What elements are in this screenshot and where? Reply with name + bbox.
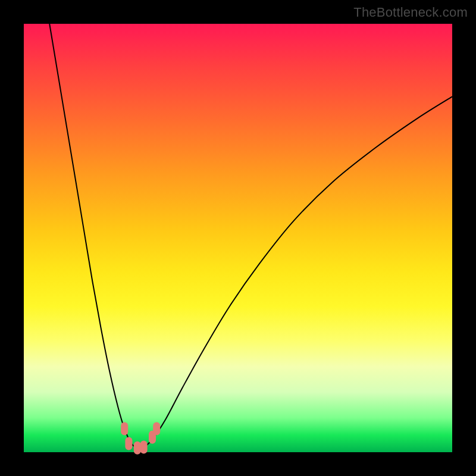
watermark-text: TheBottleneck.com (353, 5, 468, 20)
marker-dot (125, 437, 132, 450)
curve-svg (24, 24, 452, 452)
bottleneck-curve (49, 24, 452, 449)
chart-frame: TheBottleneck.com (0, 0, 476, 476)
marker-dot (121, 422, 128, 435)
marker-dot (134, 441, 141, 455)
plot-area (24, 24, 452, 452)
trough-markers (121, 422, 160, 454)
marker-dot (153, 422, 160, 435)
marker-dot (140, 440, 148, 453)
